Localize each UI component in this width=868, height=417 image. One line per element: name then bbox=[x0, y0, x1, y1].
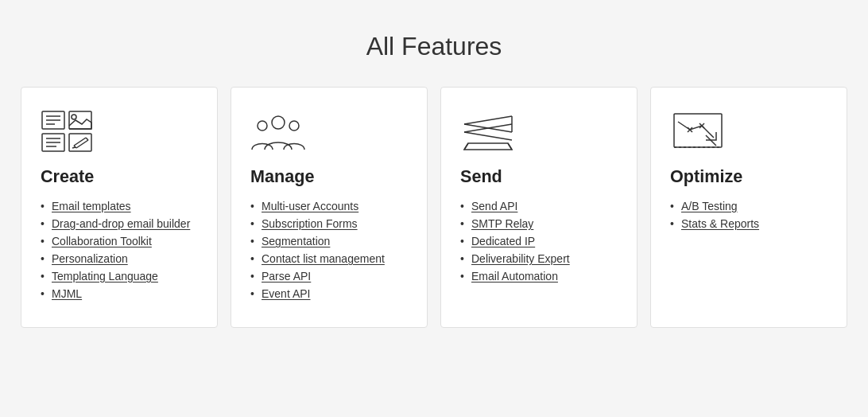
svg-rect-26 bbox=[674, 114, 722, 147]
email-automation-link[interactable]: Email Automation bbox=[471, 270, 558, 283]
list-item: Stats & Reports bbox=[670, 217, 827, 230]
email-templates-link[interactable]: Email templates bbox=[52, 200, 131, 212]
event-api-link[interactable]: Event API bbox=[262, 287, 310, 300]
svg-point-18 bbox=[289, 121, 299, 131]
segmentation-link[interactable]: Segmentation bbox=[262, 235, 330, 247]
svg-line-24 bbox=[464, 143, 468, 150]
page-title: All Features bbox=[366, 32, 502, 61]
send-api-link[interactable]: Send API bbox=[471, 200, 517, 212]
list-item: Personalization bbox=[41, 252, 198, 265]
svg-line-19 bbox=[464, 116, 512, 124]
create-list: Email templates Drag-and-drop email buil… bbox=[41, 200, 198, 300]
list-item: Parse API bbox=[250, 270, 408, 283]
manage-list: Multi-user Accounts Subscription Forms S… bbox=[250, 200, 408, 300]
ab-testing-link[interactable]: A/B Testing bbox=[681, 200, 738, 212]
list-item: Multi-user Accounts bbox=[250, 200, 408, 212]
list-item: Templating Language bbox=[41, 270, 198, 283]
list-item: MJML bbox=[41, 287, 198, 300]
send-title: Send bbox=[460, 166, 618, 187]
list-item: Send API bbox=[460, 200, 618, 212]
send-icon bbox=[460, 110, 516, 154]
list-item: SMTP Relay bbox=[460, 217, 618, 230]
deliverability-link[interactable]: Deliverability Expert bbox=[471, 252, 570, 265]
contact-list-link[interactable]: Contact list management bbox=[262, 252, 385, 265]
list-item: Segmentation bbox=[250, 235, 408, 247]
card-send: Send Send API SMTP Relay Dedicated IP De… bbox=[440, 87, 637, 328]
collab-toolkit-link[interactable]: Collaboration Toolkit bbox=[52, 235, 152, 247]
cards-container: Create Email templates Drag-and-drop ema… bbox=[21, 87, 847, 328]
svg-point-5 bbox=[72, 115, 76, 119]
svg-line-11 bbox=[74, 138, 86, 146]
dedicated-ip-link[interactable]: Dedicated IP bbox=[471, 235, 535, 247]
list-item: Contact list management bbox=[250, 252, 408, 265]
create-title: Create bbox=[41, 166, 198, 187]
svg-point-17 bbox=[258, 121, 267, 131]
optimize-icon bbox=[670, 110, 726, 154]
list-item: Collaboration Toolkit bbox=[41, 235, 198, 247]
svg-line-13 bbox=[76, 140, 88, 148]
list-item: Email Automation bbox=[460, 270, 618, 283]
list-item: A/B Testing bbox=[670, 200, 827, 212]
svg-line-25 bbox=[508, 143, 512, 150]
svg-point-16 bbox=[272, 116, 285, 129]
svg-line-15 bbox=[72, 147, 76, 148]
list-item: Email templates bbox=[41, 200, 198, 212]
create-icon bbox=[41, 110, 96, 154]
list-item: Dedicated IP bbox=[460, 235, 618, 247]
multiuser-link[interactable]: Multi-user Accounts bbox=[262, 200, 358, 212]
templating-link[interactable]: Templating Language bbox=[52, 270, 158, 283]
list-item: Subscription Forms bbox=[250, 217, 408, 230]
list-item: Deliverability Expert bbox=[460, 252, 618, 265]
card-create: Create Email templates Drag-and-drop ema… bbox=[21, 87, 218, 328]
parse-api-link[interactable]: Parse API bbox=[262, 270, 311, 283]
list-item: Event API bbox=[250, 287, 408, 300]
send-list: Send API SMTP Relay Dedicated IP Deliver… bbox=[460, 200, 618, 283]
card-optimize: Optimize A/B Testing Stats & Reports bbox=[650, 87, 847, 328]
list-item: Drag-and-drop email builder bbox=[41, 217, 198, 230]
card-manage: Manage Multi-user Accounts Subscription … bbox=[231, 87, 428, 328]
drag-drop-link[interactable]: Drag-and-drop email builder bbox=[52, 217, 190, 230]
optimize-list: A/B Testing Stats & Reports bbox=[670, 200, 827, 230]
svg-line-22 bbox=[464, 132, 512, 140]
optimize-title: Optimize bbox=[670, 166, 827, 187]
stats-reports-link[interactable]: Stats & Reports bbox=[681, 217, 759, 230]
manage-title: Manage bbox=[250, 166, 408, 187]
smtp-relay-link[interactable]: SMTP Relay bbox=[471, 217, 533, 230]
subscription-forms-link[interactable]: Subscription Forms bbox=[262, 217, 358, 230]
manage-icon bbox=[250, 110, 306, 154]
mjml-link[interactable]: MJML bbox=[52, 287, 82, 300]
personalization-link[interactable]: Personalization bbox=[52, 252, 128, 265]
